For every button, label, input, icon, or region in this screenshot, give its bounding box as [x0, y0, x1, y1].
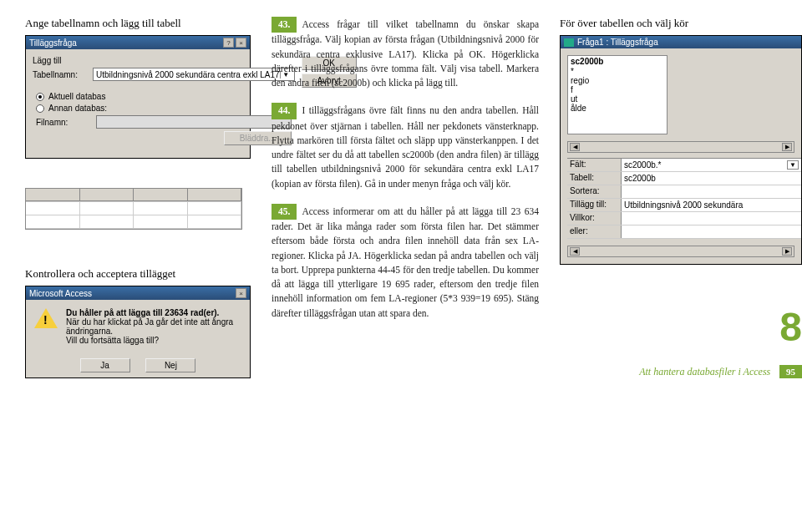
alert-text: Du håller på att lägga till 23634 rad(er… — [66, 308, 241, 345]
yes-button[interactable]: Ja — [80, 358, 130, 372]
grid-label-append: Tillägg till: — [567, 199, 622, 211]
tablename-field[interactable]: Utbildningsnivå 2000 sekundära centra ex… — [93, 68, 295, 81]
grid-field-value[interactable]: sc2000b.* ▼ — [622, 159, 801, 171]
grid-table-value[interactable]: sc2000b — [622, 172, 801, 185]
filename-field — [96, 115, 292, 129]
no-button[interactable]: Nej — [145, 358, 195, 372]
chapter-number: 8 — [560, 312, 802, 343]
alert-line3: Vill du fortsätta lägga till? — [66, 336, 241, 345]
alert-title: Microsoft Access — [29, 289, 92, 298]
grid-label-or: eller: — [567, 225, 622, 238]
scroll-left-icon[interactable]: ◀ — [570, 247, 580, 256]
step-num-44: 44. — [272, 103, 297, 119]
step-43: 43.Access frågar till vilket tabellnamn … — [272, 17, 539, 90]
radio-icon — [36, 104, 44, 113]
grid-append-value[interactable]: Utbildningsnivå 2000 sekundära — [622, 199, 801, 211]
step-num-43: 43. — [272, 17, 297, 33]
radio-other-db-label: Annan databas: — [48, 104, 107, 113]
alert-dialog: Microsoft Access × Du håller på att lägg… — [25, 286, 251, 378]
list-item[interactable]: ut — [568, 94, 667, 104]
scroll-left-icon[interactable]: ◀ — [570, 143, 580, 151]
heading-control-accept: Kontrollera och acceptera tillägget — [25, 267, 251, 281]
list-item[interactable]: regio — [568, 76, 667, 85]
alert-line2: När du har klickat på Ja går det inte at… — [66, 317, 241, 336]
step-num-45: 45. — [272, 204, 297, 220]
close-icon[interactable]: × — [236, 38, 246, 48]
alert-line1: Du håller på att lägga till 23634 rad(er… — [66, 308, 241, 317]
append-dialog-title: Tilläggsfråga — [29, 38, 77, 48]
tablename-value: Utbildningsnivå 2000 sekundära centra ex… — [96, 70, 280, 79]
warning-icon — [34, 308, 58, 332]
field-list[interactable]: sc2000b * regio f ut ålde — [567, 55, 667, 134]
horizontal-scrollbar[interactable]: ◀ ▶ — [567, 246, 794, 257]
radio-other-db[interactable]: Annan databas: — [36, 104, 292, 113]
empty-grid — [25, 188, 242, 230]
heading-transfer-run: För över tabellen och välj kör — [560, 17, 802, 30]
help-icon[interactable]: ? — [223, 38, 234, 48]
footer-category: Att hantera databasfiler i Access — [639, 366, 770, 377]
append-dialog-titlebar: Tilläggsfråga ? × — [26, 36, 250, 49]
query-window: Fråga1 : Tilläggsfråga sc2000b * regio f… — [560, 35, 802, 265]
grid-label-field: Fält: — [567, 159, 622, 171]
tablename-label: Tabellnamn: — [33, 70, 93, 79]
step-44: 44.I tilläggsfrågans övre fält finns nu … — [272, 103, 539, 191]
grid-label-table: Tabell: — [567, 172, 622, 185]
close-icon[interactable]: × — [236, 288, 246, 298]
grid-sort-value[interactable] — [622, 185, 801, 198]
group-label: Lägg till — [33, 56, 295, 65]
horizontal-scrollbar[interactable]: ◀ ▶ — [567, 141, 794, 153]
step-44-text: I tilläggsfrågans övre fält finns nu den… — [272, 105, 539, 188]
list-item[interactable]: f — [568, 85, 667, 94]
query-icon — [564, 38, 574, 47]
grid-label-sort: Sortera: — [567, 185, 622, 198]
heading-set-tablename: Ange tabellnamn och lägg till tabell — [25, 17, 251, 30]
scroll-right-icon[interactable]: ▶ — [782, 247, 792, 256]
scroll-right-icon[interactable]: ▶ — [782, 143, 792, 151]
grid-label-criteria: Villkor: — [567, 212, 622, 225]
list-item[interactable]: * — [568, 67, 667, 76]
step-45: 45.Access informerar om att du håller på… — [272, 204, 539, 321]
append-dialog: Tilläggsfråga ? × Lägg till Tabellnamn: … — [25, 35, 251, 159]
list-item[interactable]: ålde — [568, 104, 667, 113]
page-number: 95 — [779, 365, 802, 378]
grid-criteria-value[interactable] — [622, 212, 801, 225]
grid-or-value[interactable] — [622, 225, 801, 238]
step-43-text: Access frågar till vilket tabellnamn du … — [272, 19, 539, 88]
query-titlebar: Fråga1 : Tilläggsfråga — [561, 36, 801, 48]
radio-current-db-label: Aktuell databas — [48, 92, 105, 101]
step-45-text: Access informerar om att du håller på at… — [272, 206, 539, 318]
radio-current-db[interactable]: Aktuell databas — [36, 92, 292, 101]
query-title: Fråga1 : Tilläggsfråga — [577, 38, 658, 47]
field-list-title: sc2000b — [568, 56, 667, 67]
page-footer: Att hantera databasfiler i Access 95 — [560, 365, 802, 378]
grid-field-text: sc2000b.* — [624, 160, 661, 170]
filename-label: Filnamn: — [36, 118, 96, 127]
design-grid: Fält: sc2000b.* ▼ Tabell: sc2000b Sorter… — [567, 158, 801, 239]
alert-titlebar: Microsoft Access × — [26, 286, 250, 300]
dropdown-icon[interactable]: ▼ — [787, 160, 799, 170]
radio-icon — [36, 93, 44, 101]
